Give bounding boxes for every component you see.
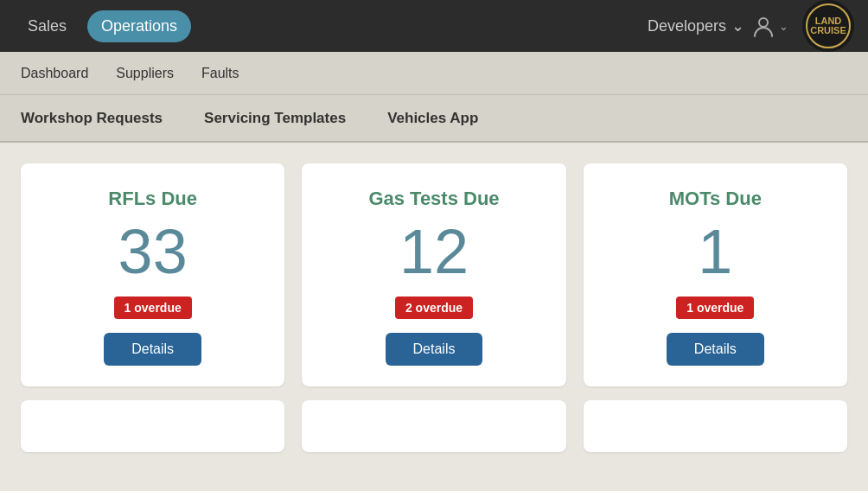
cards-row-1: RFLs Due 33 1 overdue Details Gas Tests …	[21, 163, 847, 386]
nav-operations[interactable]: Operations	[87, 10, 191, 42]
logo: LAND CRUISE	[802, 0, 854, 52]
sub-nav-servicing-templates[interactable]: Servicing Templates	[204, 110, 346, 127]
user-icon	[751, 14, 775, 38]
partial-card-3	[584, 400, 847, 452]
rfls-overdue-badge[interactable]: 1 overdue	[114, 297, 192, 319]
sub-nav-suppliers[interactable]: Suppliers	[116, 62, 174, 85]
svg-point-0	[759, 18, 768, 27]
rfls-due-card: RFLs Due 33 1 overdue Details	[21, 163, 284, 386]
mots-overdue-badge[interactable]: 1 overdue	[676, 297, 754, 319]
developers-label: Developers	[648, 17, 726, 35]
developers-menu[interactable]: Developers ⌄	[648, 16, 744, 35]
rfls-due-title: RFLs Due	[108, 188, 197, 210]
partial-card-1	[21, 400, 284, 452]
rfls-due-number: 33	[118, 220, 188, 283]
sub-nav-workshop-requests[interactable]: Workshop Requests	[21, 110, 163, 127]
nav-sales[interactable]: Sales	[14, 10, 80, 42]
rfls-details-button[interactable]: Details	[104, 333, 201, 366]
user-chevron-icon: ⌄	[779, 20, 788, 33]
mots-due-number: 1	[698, 220, 732, 283]
partial-card-2	[302, 400, 565, 452]
top-nav: Sales Operations Developers ⌄ ⌄ LAND CRU…	[0, 0, 868, 52]
mots-details-button[interactable]: Details	[667, 333, 764, 366]
gas-tests-due-title: Gas Tests Due	[368, 188, 499, 210]
gas-tests-overdue-badge[interactable]: 2 overdue	[395, 297, 473, 319]
sub-nav-1: Dashboard Suppliers Faults	[0, 52, 868, 95]
logo-line2: CRUISE	[810, 26, 846, 35]
developers-chevron-icon: ⌄	[731, 16, 744, 35]
gas-tests-due-card: Gas Tests Due 12 2 overdue Details	[302, 163, 565, 386]
main-content: RFLs Due 33 1 overdue Details Gas Tests …	[0, 143, 868, 466]
sub-nav-2: Workshop Requests Servicing Templates Ve…	[0, 95, 868, 143]
mots-due-card: MOTs Due 1 1 overdue Details	[584, 163, 847, 386]
cards-row-2	[21, 400, 847, 452]
sub-nav-dashboard[interactable]: Dashboard	[21, 62, 88, 85]
logo-inner: LAND CRUISE	[806, 3, 851, 48]
user-menu[interactable]: ⌄	[751, 14, 788, 38]
sub-nav-vehicles-app[interactable]: Vehicles App	[387, 110, 478, 127]
gas-tests-details-button[interactable]: Details	[386, 333, 483, 366]
mots-due-title: MOTs Due	[669, 188, 762, 210]
sub-nav-faults[interactable]: Faults	[201, 62, 239, 85]
gas-tests-due-number: 12	[399, 220, 469, 283]
